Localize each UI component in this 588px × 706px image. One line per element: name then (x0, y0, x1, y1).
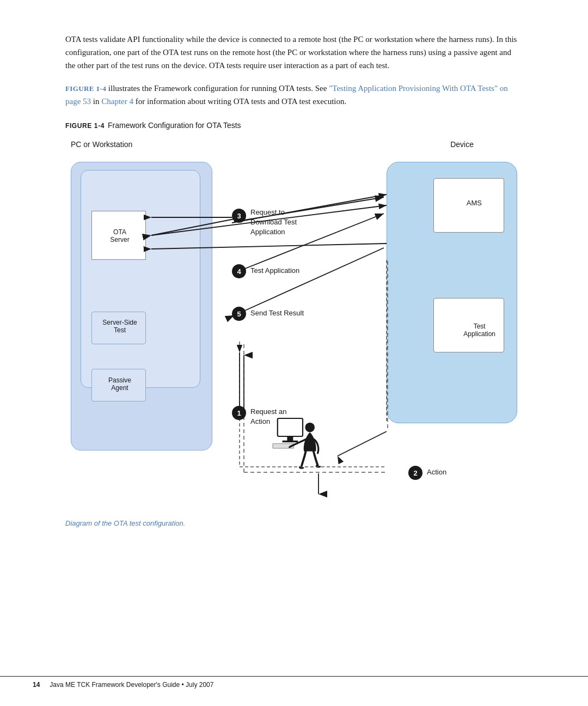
svg-rect-0 (278, 418, 303, 436)
step-3-label: Request toDownload TestApplication (250, 208, 297, 238)
ota-server-label: OTAServer (93, 228, 147, 244)
figure-caption-label: FIGURE 1-4 (65, 122, 105, 130)
step-2-circle: 2 (408, 466, 422, 480)
test-application-label: TestApplication (463, 322, 495, 338)
figure-ref-inline: FIGURE 1-4 (65, 84, 106, 93)
link-chapter4[interactable]: Chapter 4 (101, 97, 133, 106)
figure-caption-text: Framework Configuration for OTA Tests (108, 121, 241, 130)
step-1-circle: 1 (232, 406, 246, 420)
para2-part2: in (91, 97, 101, 106)
footer-page-number: 14 (33, 681, 40, 689)
page: OTA tests validate API functionality whi… (0, 0, 588, 706)
step-5-label: Send Test Result (250, 309, 304, 317)
para2-part3: for information about writing OTA tests … (133, 97, 346, 106)
device-label: Device (450, 140, 474, 149)
svg-rect-2 (283, 441, 298, 442)
diagram: PC or Workstation JavaTest Harness OTASe… (71, 140, 517, 510)
svg-point-4 (305, 423, 315, 433)
passive-agent-label: PassiveAgent (90, 376, 150, 392)
step-2-label: Action (427, 468, 446, 476)
person-figure (261, 412, 332, 472)
svg-rect-1 (287, 436, 293, 441)
pc-workstation-label: PC or Workstation (71, 140, 132, 149)
body-paragraph-2: FIGURE 1-4 illustrates the Framework con… (65, 82, 523, 108)
server-side-test-label: Server-SideTest (90, 319, 150, 334)
step-5-circle: 5 (232, 307, 246, 321)
step-4-circle: 4 (232, 264, 246, 278)
para2-part1: illustrates the Framework configuration … (106, 84, 329, 93)
footer: 14 Java ME TCK Framework Developer's Gui… (0, 676, 588, 689)
svg-line-16 (338, 431, 387, 456)
diagram-caption: Diagram of the OTA test configuration. (65, 519, 523, 527)
ams-label: AMS (467, 199, 482, 207)
svg-line-24 (234, 248, 384, 315)
figure-caption: FIGURE 1-4Framework Configuration for OT… (65, 121, 523, 130)
step-3-circle: 3 (232, 209, 246, 223)
step-4-label: Test Application (250, 266, 299, 275)
footer-title: Java ME TCK Framework Developer's Guide … (50, 681, 555, 689)
body-paragraph-1: OTA tests validate API functionality whi… (65, 33, 523, 72)
javatest-box (81, 170, 200, 388)
